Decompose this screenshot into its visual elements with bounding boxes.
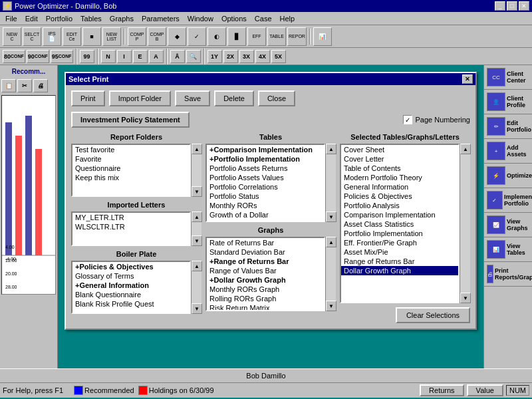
- returns-button[interactable]: Returns: [420, 384, 464, 396]
- left-btn3[interactable]: 🖨: [33, 79, 48, 92]
- tables-item[interactable]: +Portfolio Implementation: [207, 154, 324, 164]
- tables-item[interactable]: Portfolio Correlations: [207, 182, 324, 192]
- import-folder-button[interactable]: Import Folder: [109, 90, 171, 106]
- toolbar2-2x[interactable]: 2X: [223, 50, 238, 63]
- graphs-item[interactable]: Range of Values Bar: [207, 266, 324, 275]
- scroll-up5[interactable]: ▲: [326, 237, 336, 247]
- toolbar-comp2[interactable]: COMPB: [148, 27, 166, 46]
- report-folders-item[interactable]: Favorite: [72, 154, 190, 164]
- sidebar-add-assets[interactable]: + AddAssets: [484, 139, 532, 164]
- toolbar-edit[interactable]: EDITCe: [63, 27, 81, 46]
- toolbar2-99[interactable]: 99: [80, 50, 94, 63]
- value-button[interactable]: Value: [467, 384, 503, 396]
- toolbar-bar[interactable]: ▊: [227, 27, 246, 46]
- selected-item[interactable]: Asset Class Statistics: [341, 219, 458, 229]
- toolbar-report2[interactable]: REPOR: [287, 27, 307, 46]
- toolbar-misc[interactable]: 📊: [313, 27, 332, 46]
- toolbar-eff[interactable]: EFF: [247, 27, 266, 46]
- toolbar-report[interactable]: IPS📄: [43, 27, 61, 46]
- tables-item[interactable]: Monthly RORs: [207, 201, 324, 210]
- toolbar-select[interactable]: SELCTC: [23, 27, 41, 46]
- minimize-btn[interactable]: _: [495, 1, 505, 11]
- delete-button[interactable]: Delete: [214, 90, 254, 106]
- report-folders-item[interactable]: Questionnaire: [72, 164, 190, 173]
- toolbar-pie[interactable]: ◐: [207, 27, 226, 46]
- sidebar-implement-portfolio[interactable]: ✓ ImplementPortfolio: [484, 188, 532, 213]
- boiler-plate-item[interactable]: Blank Questionnaire: [72, 290, 190, 299]
- menu-options[interactable]: Options: [217, 13, 251, 24]
- toolbar2-80[interactable]: 80CONF: [3, 50, 25, 63]
- toolbar2-i[interactable]: I: [117, 50, 132, 63]
- scroll-down[interactable]: ▼: [192, 186, 202, 197]
- graphs-list[interactable]: Rate of Returns Bar Standard Deviation B…: [205, 237, 325, 311]
- scroll-up[interactable]: ▲: [192, 144, 202, 154]
- toolbar-table[interactable]: TABLE: [267, 27, 286, 46]
- tables-item[interactable]: Rolling Period RORs: [207, 219, 324, 222]
- boiler-plate-item[interactable]: Glossary of Terms: [72, 271, 190, 281]
- graphs-item[interactable]: +Dollar Growth Graph: [207, 275, 324, 285]
- selected-item[interactable]: Eff. Frontier/Pie Graph: [341, 238, 458, 247]
- menu-portfolio[interactable]: Portfolio: [42, 13, 76, 24]
- selected-item[interactable]: Cover Letter: [341, 154, 458, 164]
- scroll-down3[interactable]: ▼: [192, 303, 202, 314]
- close-btn[interactable]: ✕: [519, 1, 529, 11]
- tables-item[interactable]: Growth of a Dollar: [207, 210, 324, 219]
- sidebar-view-graphs[interactable]: 📈 ViewGraphs: [484, 213, 532, 237]
- report-folders-item[interactable]: Keep this mix: [72, 173, 190, 182]
- sidebar-edit-portfolio[interactable]: ✏ EditPortfolio: [484, 114, 532, 139]
- left-btn2[interactable]: ✂: [17, 79, 32, 92]
- menu-window[interactable]: Window: [184, 13, 217, 24]
- tables-list[interactable]: +Comparison Implementation +Portfolio Im…: [205, 144, 325, 222]
- selected-item[interactable]: Portfolio Implementation: [341, 229, 458, 238]
- scroll-down2[interactable]: ▼: [192, 235, 202, 246]
- selected-item[interactable]: Cover Sheet: [341, 145, 458, 154]
- graphs-item[interactable]: Rate of Returns Bar: [207, 238, 324, 247]
- boiler-plate-item[interactable]: +Policies & Objectives: [72, 262, 190, 271]
- selected-item[interactable]: General Information: [341, 182, 458, 192]
- toolbar-new[interactable]: NEWC: [3, 27, 21, 46]
- toolbar2-a[interactable]: A: [149, 50, 164, 63]
- report-folders-item[interactable]: Test favorite: [72, 145, 190, 154]
- boiler-plate-item[interactable]: +General Information: [72, 281, 190, 290]
- selected-list[interactable]: Cover Sheet Cover Letter Table of Conten…: [340, 144, 460, 303]
- scroll-up3[interactable]: ▲: [192, 261, 202, 271]
- graphs-item[interactable]: Risk Return Matrix: [207, 303, 324, 311]
- toolbar2-e[interactable]: E: [133, 50, 148, 63]
- scroll-down5[interactable]: ▼: [326, 301, 336, 311]
- toolbar2-4x[interactable]: 4X: [255, 50, 270, 63]
- toolbar2-1y[interactable]: 1Y: [207, 50, 222, 63]
- scroll-up2[interactable]: ▲: [192, 211, 202, 222]
- menu-help[interactable]: Help: [276, 13, 299, 24]
- tables-item[interactable]: Portfolio Assets Returns: [207, 164, 324, 173]
- menu-case[interactable]: Case: [251, 13, 276, 24]
- boiler-plate-list[interactable]: +Policies & Objectives Glossary of Terms…: [71, 261, 191, 314]
- toolbar-list[interactable]: NEWLIST: [102, 27, 121, 46]
- toolbar2-3x[interactable]: 3X: [239, 50, 254, 63]
- ips-button[interactable]: Investment Policy Statement: [71, 112, 190, 128]
- sidebar-optimize[interactable]: ⚡ Optimize!: [484, 164, 532, 188]
- imported-letters-list[interactable]: MY_LETR.LTR WLSCLTR.LTR: [71, 211, 191, 246]
- toolbar-new2[interactable]: ■: [82, 27, 101, 46]
- selected-item-active[interactable]: Dollar Growth Graph: [341, 266, 458, 275]
- sidebar-client-profile[interactable]: 👤 ClientProfile: [484, 90, 532, 114]
- selected-item[interactable]: Comparison Implementation: [341, 210, 458, 219]
- graphs-item[interactable]: +Range of Returns Bar: [207, 257, 324, 266]
- maximize-btn[interactable]: □: [507, 1, 517, 11]
- toolbar-comp[interactable]: COMPP: [128, 27, 146, 46]
- menu-edit[interactable]: Edit: [21, 13, 42, 24]
- page-numbering-checkbox[interactable]: ✓: [403, 115, 412, 124]
- left-btn1[interactable]: 📋: [1, 79, 16, 92]
- save-button[interactable]: Save: [175, 90, 210, 106]
- menu-tables[interactable]: Tables: [76, 13, 106, 24]
- selected-item[interactable]: Range of Returns Bar: [341, 257, 458, 266]
- scroll-down4[interactable]: ▼: [326, 211, 336, 222]
- selected-item[interactable]: Modern Portfolio Theory: [341, 173, 458, 182]
- tables-item[interactable]: +Comparison Implementation: [207, 145, 324, 154]
- selected-item[interactable]: Table of Contents: [341, 164, 458, 173]
- graphs-item[interactable]: Rolling RORs Graph: [207, 294, 324, 303]
- toolbar2-90[interactable]: 90CONF: [27, 50, 49, 63]
- scroll-up4[interactable]: ▲: [326, 144, 336, 154]
- tables-item[interactable]: Portfolio Status: [207, 192, 324, 201]
- toolbar2-5x[interactable]: 5X: [271, 50, 286, 63]
- imported-letters-item[interactable]: WLSCLTR.LTR: [72, 222, 190, 231]
